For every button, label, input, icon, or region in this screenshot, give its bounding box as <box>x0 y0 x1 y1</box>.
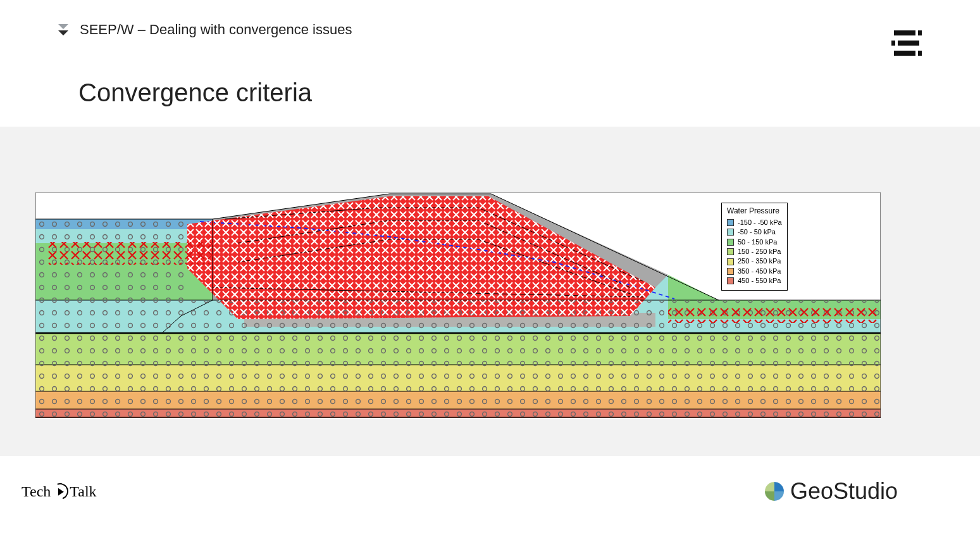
legend-swatch <box>727 258 734 265</box>
slide-footer: Tech Talk GeoStudio <box>22 478 898 505</box>
slide-header: SEEP/W – Dealing with convergence issues <box>57 22 352 38</box>
legend-swatch <box>727 277 734 284</box>
header-text: SEEP/W – Dealing with convergence issues <box>80 22 352 38</box>
legend-row: 50 - 150 kPa <box>727 237 782 247</box>
globe-icon <box>765 482 784 501</box>
play-in-circle-icon <box>49 481 71 503</box>
svg-marker-35 <box>187 196 655 319</box>
legend-row: 450 - 550 kPa <box>727 276 782 286</box>
legend-label: 250 - 350 kPa <box>738 256 781 266</box>
legend-label: 50 - 150 kPa <box>738 237 777 247</box>
techtalk-left: Tech <box>22 483 51 500</box>
svg-rect-36 <box>48 242 213 265</box>
svg-rect-7 <box>918 51 922 56</box>
legend-row: 250 - 350 kPa <box>727 256 782 266</box>
svg-marker-0 <box>58 24 68 29</box>
legend-row: 350 - 450 kPa <box>727 267 782 276</box>
legend-label: -50 - 50 kPa <box>738 227 776 237</box>
techtalk-right: Talk <box>70 483 96 500</box>
svg-rect-6 <box>894 51 915 56</box>
legend-label: 350 - 450 kPa <box>738 267 781 276</box>
legend-row: -150 - -50 kPa <box>727 218 782 227</box>
legend-swatch <box>727 239 734 246</box>
geostudio-text: GeoStudio <box>790 478 898 505</box>
geostudio-logo: GeoStudio <box>765 478 898 505</box>
legend-label: -150 - -50 kPa <box>738 218 782 227</box>
legend-swatch <box>727 268 734 275</box>
svg-marker-1 <box>58 30 68 35</box>
legend-label: 450 - 550 kPa <box>738 276 781 286</box>
svg-rect-2 <box>894 30 915 35</box>
legend-title: Water Pressure <box>727 206 782 217</box>
slide-title: Convergence criteria <box>78 79 312 107</box>
legend-swatch <box>727 219 734 226</box>
legend-swatch <box>727 248 734 255</box>
svg-rect-5 <box>891 41 895 46</box>
legend-row: 150 - 250 kPa <box>727 247 782 256</box>
legend-box: Water Pressure -150 - -50 kPa-50 - 50 kP… <box>721 203 788 291</box>
svg-rect-37 <box>668 305 877 323</box>
techtalk-logo: Tech Talk <box>22 483 97 500</box>
legend-label: 150 - 250 kPa <box>738 247 781 256</box>
figure-canvas: Water Pressure -150 - -50 kPa-50 - 50 kP… <box>0 127 980 456</box>
seequent-logo-icon <box>890 27 923 62</box>
down-arrows-icon <box>57 23 70 37</box>
legend-swatch <box>727 229 734 236</box>
legend-row: -50 - 50 kPa <box>727 227 782 237</box>
svg-rect-4 <box>898 41 919 46</box>
svg-rect-3 <box>918 30 922 35</box>
